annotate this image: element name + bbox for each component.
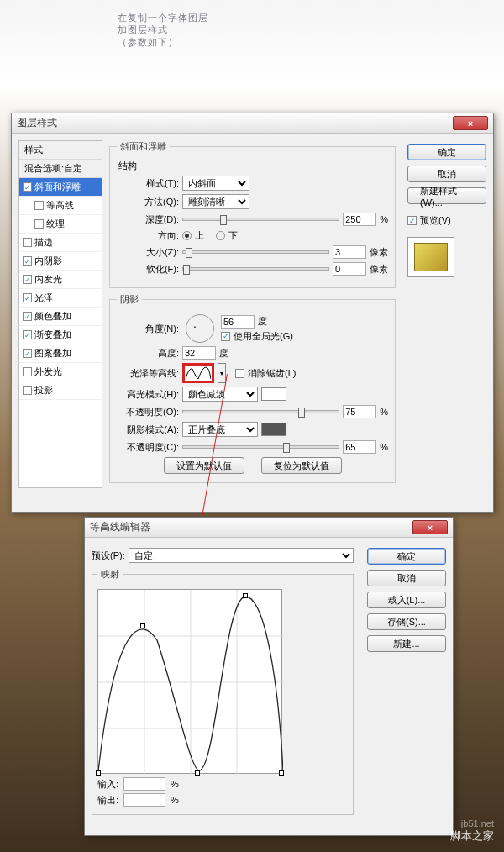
global-light-checkbox[interactable] (221, 332, 230, 341)
sh-color-swatch[interactable] (261, 423, 286, 436)
style-combo[interactable]: 内斜面 (182, 176, 249, 191)
style-item-outer-glow[interactable]: 外发光 (19, 363, 102, 381)
checkbox-icon[interactable] (23, 312, 32, 321)
new-style-button[interactable]: 新建样式(W)... (407, 187, 486, 204)
size-slider[interactable] (182, 250, 329, 254)
unit-deg: 度 (258, 315, 267, 328)
new-button[interactable]: 新建... (367, 635, 446, 652)
dir-down-label: 下 (228, 229, 238, 242)
caption-line: （参数如下） (118, 36, 208, 48)
style-item-bevel[interactable]: 斜面和浮雕 (19, 178, 102, 197)
style-item-texture[interactable]: 纹理 (19, 215, 102, 234)
sh-opacity-input[interactable] (343, 440, 376, 454)
titlebar[interactable]: 图层样式 × (12, 113, 493, 134)
ok-button[interactable]: 确定 (407, 144, 486, 160)
antialias-checkbox[interactable] (235, 369, 244, 378)
checkbox-icon[interactable] (23, 367, 32, 376)
cancel-button[interactable]: 取消 (407, 166, 486, 182)
checkbox-icon[interactable] (23, 238, 32, 247)
antialias-label: 消除锯齿(L) (248, 367, 296, 380)
close-button[interactable]: × (412, 520, 448, 534)
hl-color-swatch[interactable] (261, 387, 286, 401)
curve-point[interactable] (243, 593, 248, 598)
global-light-label: 使用全局光(G) (234, 330, 293, 343)
titlebar[interactable]: 等高线编辑器 × (85, 518, 453, 538)
soften-input[interactable] (333, 262, 366, 276)
gloss-contour-dropdown[interactable]: ▾ (218, 363, 226, 383)
angle-input[interactable] (221, 315, 255, 329)
save-button[interactable]: 存储(S)... (367, 613, 446, 630)
checkbox-icon[interactable] (23, 386, 32, 395)
gloss-contour-label: 光泽等高线: (117, 367, 179, 380)
curve-point[interactable] (140, 623, 145, 628)
styles-header[interactable]: 样式 (19, 141, 102, 160)
shading-fieldset: 阴影 角度(N): 度 使用全局光(G) 高度:度 光泽等高线: ▾ 消除锯齿(… (109, 293, 396, 483)
style-item-inner-shadow[interactable]: 内阴影 (19, 252, 102, 271)
curve-point[interactable] (96, 770, 101, 776)
cancel-button[interactable]: 取消 (367, 570, 446, 586)
blend-options-header[interactable]: 混合选项:自定 (19, 160, 102, 178)
set-default-button[interactable]: 设置为默认值 (164, 457, 244, 474)
hl-opacity-label: 不透明度(O): (117, 406, 179, 418)
depth-slider[interactable] (182, 218, 339, 221)
style-item-satin[interactable]: 光泽 (19, 289, 102, 308)
angle-dial[interactable] (186, 314, 214, 343)
style-label: 内发光 (34, 273, 62, 286)
curve-point[interactable] (279, 770, 284, 776)
checkbox-icon[interactable] (23, 275, 32, 284)
preset-combo[interactable]: 自定 (129, 548, 354, 563)
ok-button[interactable]: 确定 (367, 548, 446, 565)
style-list: 样式 混合选项:自定 斜面和浮雕 等高线 纹理 描边 内阴影 内发光 光泽 颜色… (18, 140, 102, 488)
reset-default-button[interactable]: 复位为默认值 (261, 457, 342, 474)
close-button[interactable]: × (453, 116, 488, 130)
output-value[interactable] (123, 793, 165, 807)
caption-line: 加图层样式 (118, 24, 208, 35)
style-label: 渐变叠加 (34, 329, 71, 341)
button-column: 确定 取消 载入(L)... 存储(S)... 新建... (362, 544, 446, 820)
preview-checkbox[interactable] (407, 216, 417, 225)
style-item-drop-shadow[interactable]: 投影 (19, 381, 102, 400)
panel-title: 斜面和浮雕 (117, 140, 170, 153)
angle-label: 角度(N): (117, 323, 179, 335)
style-item-contour[interactable]: 等高线 (19, 197, 102, 215)
altitude-input[interactable] (182, 346, 216, 360)
curve-editor[interactable] (97, 589, 282, 774)
soften-slider[interactable] (182, 267, 329, 271)
style-label: 光泽 (34, 292, 53, 304)
style-item-stroke[interactable]: 描边 (19, 234, 102, 252)
dir-up-radio[interactable] (182, 231, 192, 240)
checkbox-icon[interactable] (23, 330, 32, 339)
method-combo[interactable]: 雕刻清晰 (182, 194, 249, 209)
checkbox-icon[interactable] (34, 219, 44, 229)
checkbox-icon[interactable] (23, 256, 32, 266)
hl-opacity-input[interactable] (343, 405, 376, 418)
hl-opacity-slider[interactable] (182, 410, 339, 413)
sh-mode-combo[interactable]: 正片叠底 (182, 422, 258, 437)
style-item-gradient-overlay[interactable]: 渐变叠加 (19, 326, 102, 344)
checkbox-icon[interactable] (34, 201, 44, 210)
output-label: 输出: (97, 794, 118, 807)
preview-swatch (407, 237, 454, 277)
style-item-inner-glow[interactable]: 内发光 (19, 271, 102, 289)
method-label: 方法(Q): (117, 196, 179, 208)
layer-style-dialog: 图层样式 × 样式 混合选项:自定 斜面和浮雕 等高线 纹理 描边 内阴影 内发… (11, 113, 494, 513)
size-label: 大小(Z): (117, 246, 179, 259)
curve-point[interactable] (195, 770, 200, 776)
caption-line: 在复制一个字体图层 (118, 12, 208, 24)
soften-label: 软化(F): (117, 263, 179, 276)
style-item-pattern-overlay[interactable]: 图案叠加 (19, 344, 102, 363)
depth-input[interactable] (343, 213, 376, 226)
style-item-color-overlay[interactable]: 颜色叠加 (19, 308, 102, 326)
load-button[interactable]: 载入(L)... (367, 592, 446, 608)
hl-mode-combo[interactable]: 颜色减淡 (182, 387, 258, 402)
sh-mode-label: 阴影模式(A): (117, 423, 179, 436)
dir-down-radio[interactable] (216, 231, 225, 240)
gloss-contour-thumb[interactable] (182, 363, 214, 383)
checkbox-icon[interactable] (23, 293, 32, 302)
checkbox-icon[interactable] (23, 349, 32, 358)
input-value[interactable] (123, 777, 165, 791)
close-icon: × (428, 523, 433, 533)
size-input[interactable] (333, 245, 366, 259)
sh-opacity-slider[interactable] (182, 445, 339, 449)
checkbox-icon[interactable] (23, 182, 32, 192)
